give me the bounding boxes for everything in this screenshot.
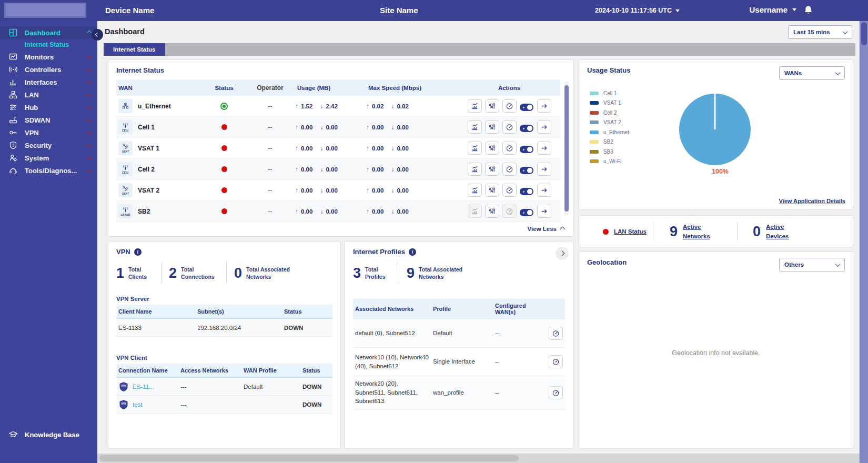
wan-enable-toggle[interactable] [520, 125, 533, 132]
user-menu[interactable]: Username [749, 5, 796, 14]
wan-enable-toggle[interactable] [520, 188, 533, 195]
configure-button[interactable] [485, 205, 499, 218]
configure-button[interactable] [485, 120, 499, 134]
wan-enable-toggle[interactable] [520, 104, 533, 111]
sidebar: Dashboard Internet Status Monitors Contr… [0, 21, 97, 463]
geolocation-filter-select[interactable]: Others [779, 258, 845, 271]
vpn-client-heading: VPN Client [116, 355, 147, 361]
status-down-indicator [221, 166, 227, 172]
wan-enable-toggle[interactable] [520, 167, 533, 174]
configure-button[interactable] [485, 163, 499, 176]
details-arrow-button[interactable] [537, 184, 551, 197]
speed-test-button[interactable] [502, 142, 517, 155]
vpn-key-icon [9, 128, 18, 137]
profile-link[interactable]: Default [431, 326, 493, 341]
wans-filter-select[interactable]: WANs [779, 66, 845, 80]
lband-antenna-icon: LBAND [118, 204, 133, 218]
horizontal-scrollbar-thumb[interactable] [99, 455, 519, 461]
sidebar-item-internet-status[interactable]: Internet Status [0, 39, 97, 51]
sidebar-item-sdwan[interactable]: SDWAN [0, 114, 97, 126]
chart-legend: Cell 1 VSAT 1 Cell 2 VSAT 2 u_Ethernet S… [590, 88, 629, 166]
controllers-icon [9, 65, 18, 74]
profile-link[interactable]: Single Interface [431, 354, 493, 369]
sidebar-item-tools-diagnostics[interactable]: Tools/Diagnos... [0, 164, 97, 177]
sidebar-collapse-button[interactable] [92, 29, 103, 41]
table-scrollbar-thumb[interactable] [564, 85, 569, 212]
chevron-down-icon [87, 92, 92, 97]
svg-text:VPN: VPN [121, 402, 126, 405]
profile-link[interactable]: wan_profile [431, 385, 493, 400]
sidebar-item-monitors[interactable]: Monitors [0, 51, 97, 63]
horizontal-scrollbar [97, 454, 860, 463]
sidebar-item-lan[interactable]: LAN [0, 88, 97, 101]
usage-chart-button[interactable] [468, 99, 482, 113]
vpn-shield-icon: VPN [118, 381, 129, 392]
status-badge: DOWN [282, 325, 332, 331]
vertical-scrollbar-thumb[interactable] [861, 22, 867, 45]
speed-test-button[interactable] [502, 184, 517, 197]
speed-test-button[interactable] [502, 120, 517, 134]
total-associated-networks-count: 0 [234, 265, 242, 281]
sidebar-item-interfaces[interactable]: Interfaces [0, 76, 97, 88]
timestamp-dropdown[interactable]: 2024-10-10 11:17:56 UTC [595, 7, 680, 14]
details-arrow-button[interactable] [537, 163, 551, 176]
active-devices-link[interactable]: Active Devices [766, 223, 800, 241]
speed-test-button[interactable] [549, 355, 563, 368]
wan-enable-toggle[interactable] [520, 209, 533, 216]
sidebar-item-vpn[interactable]: VPN [0, 126, 97, 139]
time-range-select[interactable]: Last 15 mins [788, 25, 852, 39]
chevron-left-icon [95, 33, 99, 37]
details-arrow-button[interactable] [537, 99, 551, 113]
speed-test-button[interactable] [502, 99, 517, 113]
wan-enable-toggle[interactable] [520, 146, 533, 153]
caret-down-icon [675, 9, 680, 12]
vpn-client-table: Connection Name Access Networks WAN Prof… [116, 364, 332, 414]
status-down-indicator [221, 124, 227, 130]
info-icon[interactable]: i [134, 248, 142, 256]
site-name: Site Name [380, 6, 418, 15]
vpn-server-client-link[interactable]: ES-1133 [116, 325, 195, 331]
internet-profiles-stats: 3Total Profiles 9Total Associated Networ… [353, 263, 473, 284]
details-arrow-button[interactable] [537, 142, 551, 155]
configure-button[interactable] [485, 184, 499, 197]
usage-chart-button[interactable] [468, 184, 482, 197]
active-networks-link[interactable]: Active Networks [683, 223, 716, 241]
expand-panel-button[interactable] [556, 247, 569, 260]
sidebar-item-dashboard[interactable]: Dashboard [0, 26, 97, 39]
legend-item: SB3 [590, 147, 629, 157]
internet-status-table: WAN Status Operator Usage (MB) Max Speed… [116, 79, 560, 222]
details-arrow-button[interactable] [537, 205, 551, 218]
usage-chart-button[interactable] [468, 120, 482, 134]
sidebar-item-security[interactable]: Security [0, 139, 97, 152]
lan-status-link[interactable]: LAN Status [614, 227, 648, 236]
usage-chart-button[interactable] [468, 142, 482, 155]
usage-chart-button[interactable] [468, 163, 482, 176]
chevron-down-icon [87, 66, 92, 72]
speed-test-button[interactable] [502, 163, 517, 176]
knowledge-base-link[interactable]: Knowledge Base [9, 430, 79, 439]
notifications-bell-icon[interactable] [803, 5, 813, 15]
username: Username [749, 5, 788, 14]
sidebar-item-hub[interactable]: Hub [0, 101, 97, 114]
chevron-up-icon [560, 226, 566, 232]
usage-cell: ↑1.52↓2.42 [295, 103, 366, 110]
vpn-connection-link[interactable]: ES-11... [133, 384, 154, 390]
tab-internet-status[interactable]: Internet Status [104, 43, 165, 56]
details-arrow-button[interactable] [537, 120, 551, 134]
configure-button[interactable] [485, 142, 499, 155]
legend-item: Cell 2 [590, 108, 629, 118]
upload-arrow-icon: ↑ [366, 103, 369, 110]
info-icon[interactable]: i [409, 248, 416, 256]
table-row: CELL Cell 2 -- ↑0.00↓0.00 ↑0.00↓0.00 [116, 159, 560, 180]
view-application-details-link[interactable]: View Application Details [779, 198, 845, 204]
sidebar-item-system[interactable]: System [0, 152, 97, 164]
speed-test-button[interactable] [549, 386, 563, 399]
configure-button[interactable] [485, 99, 499, 113]
sidebar-item-controllers[interactable]: Controllers [0, 63, 97, 76]
view-less-link[interactable]: View Less [528, 226, 564, 232]
lan-status-down-indicator [603, 229, 609, 235]
speed-test-button[interactable] [549, 327, 563, 340]
geolocation-title: Geolocation [587, 258, 627, 266]
shield-icon [9, 141, 18, 150]
vpn-connection-link[interactable]: test [133, 401, 143, 408]
